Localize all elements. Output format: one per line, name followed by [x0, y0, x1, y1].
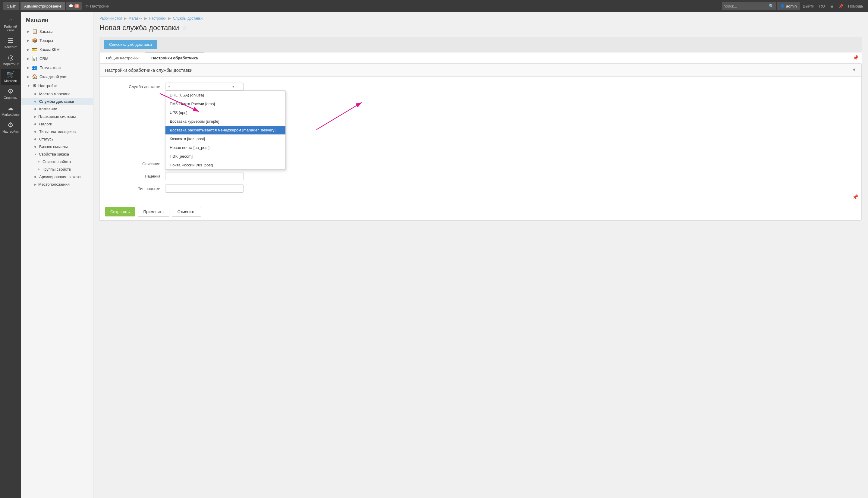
- breadcrumb-dashboard[interactable]: Рабочий стол: [99, 16, 122, 21]
- notifications-badge: 3: [75, 4, 79, 8]
- arrow-icon: ▶: [35, 115, 37, 118]
- sidebar-item-orders[interactable]: ▶ 📋 Заказы: [21, 27, 93, 36]
- warehouse-icon: 🏠: [32, 74, 38, 79]
- arrow-icon: ▶: [27, 57, 29, 60]
- help-button[interactable]: Помощь: [846, 2, 865, 10]
- sidebar-title: Магазин: [21, 15, 93, 27]
- dot-icon: [35, 108, 36, 110]
- sidebar-label-payment: Платежные системы: [38, 114, 76, 119]
- pin-top-button[interactable]: 📌: [837, 2, 845, 10]
- sidebar-sub-item-delivery[interactable]: Службы доставки: [21, 98, 93, 105]
- tab-content: Настройки обработчика службы доставки ▼ …: [100, 63, 862, 221]
- sidebar-sub-item-statuses[interactable]: Статусы: [21, 135, 93, 143]
- sidebar-sub-item-payer-types[interactable]: Типы плательщиков: [21, 128, 93, 135]
- crm-icon: 📊: [32, 56, 38, 61]
- surcharge-type-input[interactable]: [165, 184, 243, 193]
- apply-button[interactable]: Применить: [138, 207, 169, 217]
- surcharge-input[interactable]: [165, 172, 243, 180]
- sidebar-sub-sub-item-props-groups[interactable]: Группы свойств: [21, 166, 93, 173]
- sidebar-sub-item-business[interactable]: Бизнес смыслы: [21, 143, 93, 150]
- marketplace-icon: ☁: [7, 105, 14, 112]
- products-icon: 📦: [32, 38, 38, 43]
- nav-item-settings[interactable]: ⚙ Настройки: [1, 119, 20, 136]
- sidebar-sub-item-archive[interactable]: Архивирование заказов: [21, 173, 93, 181]
- sidebar-sub-item-taxes[interactable]: Налоги: [21, 120, 93, 128]
- nav-item-shop[interactable]: 🛒 Магазин: [1, 69, 20, 85]
- marketing-icon: ◎: [8, 54, 14, 61]
- sidebar-item-buyers[interactable]: ▶ 👥 Покупатели: [21, 63, 93, 72]
- sidebar-sub-item-order-props[interactable]: ▼ Свойства заказа: [21, 150, 93, 158]
- dropdown-option-rus-post[interactable]: Почта России [rus_post]: [165, 161, 285, 169]
- tab-general[interactable]: Общие настройки: [100, 52, 145, 63]
- sidebar-item-warehouse[interactable]: ▶ 🏠 Складской учет: [21, 72, 93, 81]
- dropdown-wrapper: ✓ ▼ DHL (USA) [dhlusa]: [165, 82, 243, 90]
- user-button[interactable]: 👤 admin: [777, 2, 800, 10]
- dropdown-menu: DHL (USA) [dhlusa] EMS Почта России [ems…: [165, 90, 286, 170]
- nav-item-content[interactable]: ☰ Контент: [1, 35, 20, 51]
- arrow-icon: ▶: [27, 75, 29, 78]
- sidebar-item-kkm[interactable]: ▶ 💳 Кассы ККМ: [21, 45, 93, 54]
- pin-bottom-icon[interactable]: 📌: [852, 194, 858, 199]
- arrow-icon: ▼: [35, 153, 37, 156]
- top-settings-button[interactable]: ⚙ Настройки: [83, 2, 112, 10]
- sidebar-item-products[interactable]: ▶ 📦 Товары: [21, 36, 93, 45]
- site-button[interactable]: Сайт: [3, 2, 19, 10]
- star-icon[interactable]: ☆: [182, 24, 187, 31]
- sidebar-sub-item-master[interactable]: Мастер магазина: [21, 90, 93, 98]
- dropdown-option-pecom[interactable]: ПЭК [pecom]: [165, 152, 285, 161]
- dropdown-option-kaz[interactable]: Казпочта [kaz_post]: [165, 134, 285, 143]
- dot-icon: [35, 131, 36, 133]
- breadcrumb-settings[interactable]: Настройки: [149, 16, 167, 21]
- sidebar-label-locations: Местоположения: [38, 182, 70, 187]
- breadcrumb-delivery[interactable]: Службы доставки: [173, 16, 202, 21]
- nav-item-marketplace[interactable]: ☁ Marketplace: [1, 103, 20, 119]
- settings-nav-icon: ⚙: [32, 83, 37, 88]
- sidebar-label-orders: Заказы: [39, 29, 52, 34]
- arrow-icon: ▶: [35, 183, 37, 186]
- dropdown-option-manager[interactable]: Доставка рассчитывается менеджером [mana…: [165, 126, 285, 134]
- dropdown-option-dhl[interactable]: DHL (USA) [dhlusa]: [165, 91, 285, 100]
- nav-item-services[interactable]: ⚙ Сервисы: [1, 86, 20, 102]
- content-wrapper: Общие настройки Настройки обработчика 📌 …: [99, 52, 862, 221]
- delivery-service-dropdown[interactable]: ✓ ▼: [165, 82, 243, 90]
- dropdown-option-simple[interactable]: Доставка курьером [simple]: [165, 117, 285, 126]
- save-button[interactable]: Сохранить: [105, 207, 135, 217]
- logout-button[interactable]: Выйти: [801, 2, 816, 10]
- pin-right-icon[interactable]: 📌: [853, 55, 859, 61]
- sidebar-sub-sub-item-props-list[interactable]: Список свойств: [21, 158, 93, 166]
- admin-button[interactable]: Администрирование: [21, 2, 65, 10]
- nav-label-dashboard: Рабочий стол: [2, 25, 19, 32]
- form-row-surcharge: Наценка: [105, 172, 856, 180]
- dot-icon: [35, 146, 36, 148]
- panel-header[interactable]: Настройки обработчика службы доставки ▼: [100, 64, 862, 77]
- label-description: Описание: [105, 161, 165, 166]
- lang-button[interactable]: RU: [817, 2, 827, 10]
- search-input[interactable]: [724, 4, 769, 9]
- buyers-icon: 👥: [32, 65, 38, 70]
- services-icon: ⚙: [8, 88, 14, 95]
- dropdown-option-ua[interactable]: Новая почта [ua_post]: [165, 143, 285, 152]
- sidebar-label-statuses: Статусы: [39, 137, 54, 141]
- nav-item-dashboard[interactable]: ⌂ Рабочий стол: [1, 14, 20, 34]
- monitor-icon-button[interactable]: 🖥: [828, 2, 836, 10]
- sidebar-label-warehouse: Складской учет: [39, 75, 68, 79]
- sidebar-sub-item-payment[interactable]: ▶ Платежные системы: [21, 113, 93, 120]
- tab-handler[interactable]: Настройки обработчика: [145, 52, 204, 63]
- sidebar-item-crm[interactable]: ▶ 📊 CRM: [21, 54, 93, 63]
- sidebar-item-settings[interactable]: ▼ ⚙ Настройки: [21, 81, 93, 90]
- delivery-list-button[interactable]: Список служб доставки: [104, 40, 157, 49]
- breadcrumb-shop[interactable]: Магазин: [129, 16, 142, 21]
- sidebar-label-archive: Архивирование заказов: [39, 174, 83, 179]
- sidebar-sub-item-companies[interactable]: Компании: [21, 105, 93, 113]
- notifications-button[interactable]: 💬 3: [66, 2, 82, 10]
- sidebar: Магазин ▶ 📋 Заказы ▶ 📦 Товары ▶ 💳 Кассы …: [21, 12, 93, 498]
- label-surcharge-type: Тип наценки: [105, 186, 165, 191]
- dropdown-option-ems[interactable]: EMS Почта России [ems]: [165, 100, 285, 108]
- nav-item-marketing[interactable]: ◎ Маркетинг: [1, 52, 20, 68]
- dropdown-option-ups[interactable]: UPS [ups]: [165, 108, 285, 117]
- cancel-button[interactable]: Отменить: [172, 207, 201, 217]
- icon-nav: ⌂ Рабочий стол ☰ Контент ◎ Маркетинг 🛒 М…: [0, 12, 21, 498]
- arrow-icon: ▶: [27, 39, 29, 42]
- sidebar-sub-item-locations[interactable]: ▶ Местоположения: [21, 181, 93, 188]
- home-icon: ⌂: [9, 17, 12, 24]
